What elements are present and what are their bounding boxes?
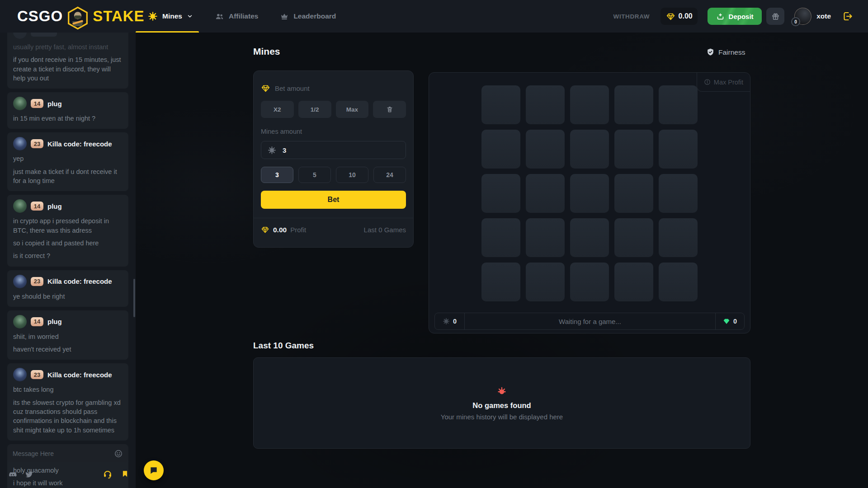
bet-quick-max[interactable]: Max [336,101,369,118]
max-profit-tag: Max Profit [697,73,750,92]
info-icon [704,79,711,85]
mine-tile[interactable] [614,174,653,213]
emoji-icon[interactable] [114,449,123,458]
chat-avatar [13,97,27,110]
profit-value: 0.00 [273,226,287,234]
gift-button[interactable] [766,8,784,25]
mine-tile[interactable] [570,174,609,213]
chat-message-text: ye should be right [13,292,123,301]
mine-tile[interactable] [526,174,565,213]
nav-item-affiliates[interactable]: Affiliates [215,12,258,21]
withdraw-link[interactable]: WITHDRAW [613,13,650,20]
chat-message-text: yep [13,154,123,163]
mine-tile[interactable] [481,174,520,213]
nav-item-leaderboard[interactable]: Leaderboard [280,12,336,21]
mine-tile[interactable] [614,263,653,301]
mine-tile[interactable] [570,263,609,301]
bookmark-icon[interactable] [121,469,129,478]
navbar-right: WITHDRAW 0.00 Deposit [613,0,853,33]
chat-level-badge: 14 [31,99,43,108]
navbar: CSGO STAKE [0,0,868,33]
mine-tile[interactable] [614,218,653,257]
mine-tile[interactable] [526,130,565,169]
clear-bet-button[interactable] [373,101,406,118]
twitter-icon[interactable] [24,470,33,479]
mine-tile[interactable] [481,263,520,301]
mine-tile[interactable] [570,85,609,124]
chat-message-input[interactable] [13,450,114,457]
mines-counter: 0 [435,313,465,329]
chat-message-text: i hope it will work [13,479,123,488]
bet-quick-buttons: X21/2Max [261,101,406,118]
mine-tile[interactable] [570,218,609,257]
chat-level-badge: 23 [31,370,43,379]
fairness-link[interactable]: Fairness [706,48,745,56]
mine-tile[interactable] [659,218,698,257]
chat-level-badge: 23 [31,277,43,286]
active-tab-indicator [136,31,199,33]
mine-tile[interactable] [659,130,698,169]
game-board-panel: Max Profit 0 Waiting f [429,72,750,333]
mine-icon [148,11,158,21]
mines-option-3[interactable]: 3 [261,167,293,183]
brand-logo[interactable]: CSGO STAKE [17,0,145,33]
discord-icon[interactable] [8,470,17,479]
gem-green-icon [723,318,730,325]
support-headset-icon[interactable] [103,469,113,479]
logout-button[interactable] [842,11,853,22]
gems-counter: 0 [715,313,744,329]
mines-amount-input[interactable] [283,146,399,154]
chat-username: Killa code: freecode [47,140,112,148]
brand-text-stake: STAKE [93,8,144,25]
bet-panel-footer: 0.00 Profit Last 0 Games [261,218,406,241]
chat-avatar [13,275,27,288]
mine-icon [443,318,450,325]
gift-icon [771,12,780,21]
bet-quick-1-2[interactable]: 1/2 [298,101,331,118]
mines-amount-field [261,141,406,159]
user-avatar[interactable]: 0 [794,8,811,25]
chat-username: plug [47,202,62,210]
bet-amount-input[interactable] [275,84,406,92]
mine-tile[interactable] [526,218,565,257]
mines-option-24[interactable]: 24 [373,167,406,183]
profit-label: Profit [290,226,306,234]
bet-quick-x2[interactable]: X2 [261,101,294,118]
mine-tile[interactable] [526,85,565,124]
chat-message: 23Killa code: freecodeye should be right [7,270,128,307]
nav-item-mines[interactable]: Mines [148,11,193,21]
mascot-emblem-icon [66,6,90,30]
mines-option-10[interactable]: 10 [336,167,368,183]
mine-tile[interactable] [570,130,609,169]
balance-display[interactable]: 0.00 [660,8,698,25]
trash-icon [386,106,393,113]
chat-avatar [13,199,27,213]
chat-bubble-icon [149,466,158,475]
chat-message-text: btc takes long [13,385,123,394]
mine-tile[interactable] [659,85,698,124]
mine-tile[interactable] [659,263,698,301]
bet-button[interactable]: Bet [261,191,406,209]
mine-tile[interactable] [481,218,520,257]
mine-tile[interactable] [614,85,653,124]
deposit-button[interactable]: Deposit [708,8,762,25]
history-empty-subtitle: Your mines history will be displayed her… [441,413,563,421]
chat-toggle-fab[interactable] [144,460,164,480]
mines-option-5[interactable]: 5 [298,167,331,183]
chat-message: usually pretty fast, almost instantif yo… [7,33,128,89]
username-label: xote [816,12,831,20]
mine-tile[interactable] [481,85,520,124]
chat-message-text: haven't received yet [13,345,123,354]
mine-tile[interactable] [614,130,653,169]
chat-scrollbar[interactable] [133,279,135,317]
logout-icon [842,11,853,22]
affiliates-people-icon [215,12,224,21]
chat-level-badge: 23 [31,139,43,148]
mine-tile[interactable] [481,130,520,169]
chat-message-text: its the slowest crypto for gambling xd c… [13,398,123,435]
gem-icon [261,84,270,93]
mine-tile[interactable] [526,263,565,301]
mine-tile[interactable] [659,174,698,213]
chat-avatar [13,368,27,381]
chat-username: Killa code: freecode [47,371,112,379]
